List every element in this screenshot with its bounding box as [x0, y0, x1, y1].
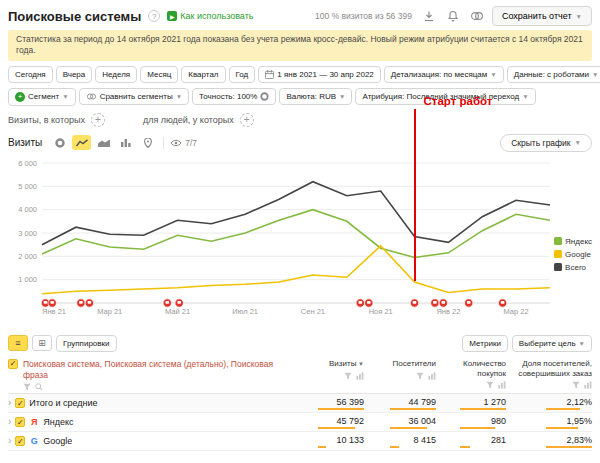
filter-funnel-icon[interactable] [572, 381, 580, 389]
compare-segments-button[interactable]: Сравнить сегменты ▼ [79, 88, 189, 105]
preset-button[interactable]: Месяц [140, 66, 178, 83]
legend-item[interactable]: Всего [554, 263, 592, 272]
column-header[interactable]: Визиты ▼ [288, 359, 364, 389]
legend-swatch [554, 263, 562, 271]
comment-marker[interactable] [77, 299, 85, 307]
comment-marker[interactable] [85, 299, 93, 307]
column-header[interactable]: Количество покупок [436, 359, 506, 389]
area-chart-icon[interactable] [94, 135, 113, 150]
accuracy-button[interactable]: Точность: 100% [192, 88, 276, 105]
metric-value: 10 133 [336, 435, 364, 445]
table-row[interactable]: › ✓ Я Яндекс 45 792 36 004 980 1,95% [8, 413, 592, 432]
bar-chart-icon[interactable] [116, 135, 135, 150]
row-checkbox[interactable]: ✓ [15, 436, 25, 446]
series-line[interactable] [42, 210, 550, 258]
yandex-favicon: Я [29, 417, 39, 427]
comment-marker[interactable] [498, 299, 506, 307]
metric-value: 980 [491, 416, 506, 426]
metric-value: 8 415 [413, 435, 436, 445]
mini-bars-icon[interactable] [498, 381, 506, 389]
comment-marker[interactable] [439, 299, 447, 307]
value-bar [546, 446, 592, 448]
svg-text:6 000: 6 000 [18, 158, 37, 167]
date-range-button[interactable]: 1 янв 2021 — 30 апр 2022 [258, 66, 381, 83]
legend-item[interactable]: Яндекс [554, 237, 592, 246]
flat-view-button[interactable]: ≡ [8, 335, 28, 351]
hide-chart-button[interactable]: Скрыть график ▼ [500, 134, 592, 152]
filter-funnel-icon[interactable] [486, 381, 494, 389]
series-line[interactable] [42, 182, 550, 245]
comment-marker[interactable] [48, 299, 56, 307]
row-expand-icon[interactable]: › [8, 398, 11, 408]
groupings-button[interactable]: Группировки [56, 335, 117, 352]
donut-chart-icon[interactable] [50, 135, 69, 150]
data-mode-label: Данные: с роботами [514, 70, 589, 79]
row-label[interactable]: Яндекс [43, 417, 73, 427]
row-checkbox[interactable]: ✓ [15, 398, 25, 408]
download-icon[interactable] [420, 8, 438, 24]
comment-marker[interactable] [431, 299, 439, 307]
goal-select[interactable]: Выберите цель ▼ [512, 335, 592, 352]
detailing-label: Детализация: по месяцам [391, 70, 488, 79]
table-body: › ✓ Итого и средние 56 399 44 799 1 270 … [8, 394, 592, 451]
metric-value: 2,12% [566, 397, 592, 407]
comment-marker[interactable] [410, 299, 418, 307]
how-to-use-link[interactable]: ▶ Как использовать [167, 11, 253, 21]
grouping-path[interactable]: Поисковая система, Поисковая система (де… [23, 359, 288, 380]
preset-button[interactable]: Квартал [181, 66, 225, 83]
svg-text:Ноя 21: Ноя 21 [369, 307, 393, 316]
mini-bars-icon[interactable] [584, 381, 592, 389]
column-header[interactable]: Посетители [364, 359, 436, 389]
visits-chart[interactable]: 1 0002 0003 0004 0005 0006 000Янв 21Мар … [8, 155, 560, 329]
table-row[interactable]: › ✓ Итого и средние 56 399 44 799 1 270 … [8, 394, 592, 413]
metrics-button[interactable]: Метрики [462, 335, 508, 352]
detailing-dropdown[interactable]: Детализация: по месяцам ▼ [384, 66, 504, 83]
row-expand-icon[interactable]: › [8, 417, 11, 427]
series-line[interactable] [42, 246, 550, 294]
preset-button[interactable]: Неделя [95, 66, 137, 83]
metric-value: 1,95% [566, 416, 592, 426]
legend-item[interactable]: Google [554, 250, 592, 259]
segments-compare-icon[interactable] [468, 8, 486, 24]
how-to-use-icon: ▶ [167, 11, 177, 21]
row-label[interactable]: Google [43, 436, 72, 446]
title-help-icon[interactable]: ? [148, 10, 160, 22]
comment-marker[interactable] [365, 299, 373, 307]
preset-button[interactable]: Сегодня [8, 66, 53, 83]
save-report-button[interactable]: Сохранить отчет ▼ [492, 6, 592, 26]
visible-series-toggle[interactable]: 7/7 [170, 138, 197, 148]
comment-marker[interactable] [356, 299, 364, 307]
table-row[interactable]: › ✓ G Google 10 133 8 415 281 2,83% [8, 432, 592, 451]
filter-funnel-icon[interactable] [344, 372, 352, 380]
select-all-checkbox[interactable]: ✓ [8, 359, 18, 369]
row-label[interactable]: Итого и средние [29, 398, 97, 408]
segment-button[interactable]: + Сегмент ▼ [8, 88, 76, 106]
compare-icon [86, 92, 97, 101]
add-visits-filter-button[interactable]: + [91, 113, 105, 127]
mini-bars-icon[interactable] [428, 372, 436, 380]
column-header[interactable]: Доля посетителей, совершивших заказ [506, 359, 592, 389]
comment-marker[interactable] [163, 299, 171, 307]
search-icon[interactable] [35, 383, 43, 391]
notifications-icon[interactable] [444, 8, 462, 24]
comment-marker[interactable] [465, 299, 473, 307]
filter-funnel-icon[interactable] [23, 383, 31, 391]
tree-view-button[interactable]: ⊞ [32, 335, 52, 351]
preset-button[interactable]: Год [229, 66, 256, 83]
grouping-tools [23, 383, 288, 391]
add-users-filter-button[interactable]: + [240, 113, 254, 127]
mini-bars-icon[interactable] [356, 372, 364, 380]
visits-share-text: 100 % визитов из 56 399 [315, 11, 412, 21]
svg-text:1 000: 1 000 [18, 275, 37, 284]
line-chart-icon[interactable] [72, 135, 91, 150]
currency-dropdown[interactable]: Валюта: RUB ▼ [279, 88, 352, 105]
data-mode-dropdown[interactable]: Данные: с роботами ▼ [507, 66, 600, 83]
preset-button[interactable]: Вчера [56, 66, 93, 83]
row-expand-icon[interactable]: › [8, 436, 11, 446]
filter-funnel-icon[interactable] [416, 372, 424, 380]
map-pin-icon[interactable] [138, 135, 157, 150]
chart-canvas[interactable]: 1 0002 0003 0004 0005 0006 000Янв 21Мар … [8, 155, 592, 329]
row-checkbox[interactable]: ✓ [15, 417, 25, 427]
notice-text: Статистика за период до 14 октября 2021 … [16, 34, 583, 55]
comment-marker[interactable] [175, 299, 183, 307]
